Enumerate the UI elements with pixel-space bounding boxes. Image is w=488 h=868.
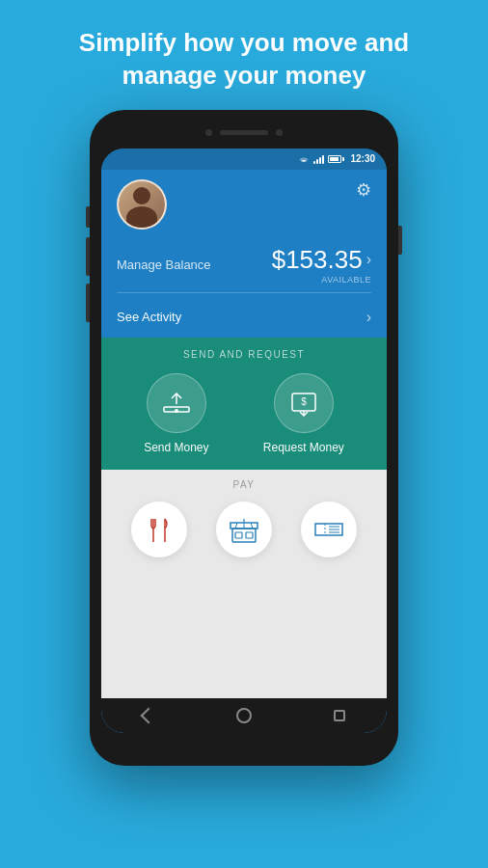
top-section: ⚙ Manage Balance $153.35 › AVAILABLE See…	[101, 170, 387, 338]
svg-rect-12	[246, 532, 253, 538]
back-button[interactable]	[139, 706, 158, 725]
store-icon	[228, 515, 260, 544]
svg-rect-10	[232, 529, 256, 542]
request-money-icon: $	[287, 390, 320, 417]
header-text: Simplify how you move and manage your mo…	[41, 0, 447, 110]
restaurant-icon	[146, 515, 173, 544]
pay-buttons-row	[117, 502, 371, 557]
send-money-circle	[147, 373, 206, 433]
header-line1: Simplify how you move and	[79, 28, 409, 57]
wifi-icon	[298, 154, 310, 164]
balance-amount: $153.35	[272, 245, 363, 275]
pay-ticket-circle	[301, 502, 357, 557]
request-money-label: Request Money	[263, 441, 344, 454]
pay-restaurant-item[interactable]	[131, 502, 187, 557]
svg-point-2	[175, 409, 178, 413]
home-icon	[236, 708, 252, 723]
send-money-icon	[160, 390, 193, 417]
speaker	[220, 130, 268, 135]
volume-down-button[interactable]	[86, 284, 90, 322]
pay-ticket-item[interactable]	[301, 502, 357, 557]
status-time: 12:30	[350, 153, 375, 164]
phone-screen: 12:30 ⚙ Manage Balance $153.35 › AVAIL	[101, 149, 387, 733]
nav-bar	[101, 698, 387, 733]
avatar[interactable]	[117, 179, 167, 230]
balance-chevron-icon: ›	[366, 251, 371, 268]
power-button[interactable]	[398, 226, 402, 255]
pay-title: PAY	[117, 479, 371, 490]
svg-rect-11	[235, 532, 242, 538]
pay-restaurant-circle	[131, 502, 187, 557]
phone-device: 12:30 ⚙ Manage Balance $153.35 › AVAIL	[90, 110, 398, 766]
recents-button[interactable]	[330, 706, 349, 725]
recents-icon	[334, 710, 345, 721]
signal-icon	[313, 154, 324, 164]
balance-row: Manage Balance $153.35 › AVAILABLE	[117, 245, 371, 285]
sensor	[276, 129, 283, 136]
pay-section: PAY	[101, 470, 387, 698]
ticket-icon	[312, 516, 345, 543]
manage-balance-label: Manage Balance	[117, 258, 211, 272]
header-line2: manage your money	[122, 61, 366, 90]
send-request-section: SEND AND REQUEST	[101, 338, 387, 470]
status-bar: 12:30	[101, 149, 387, 170]
avatar-image	[119, 179, 165, 230]
phone-top-bar	[101, 122, 387, 145]
request-money-item[interactable]: $ Request Money	[263, 373, 344, 454]
back-icon	[141, 707, 157, 723]
volume-up-button[interactable]	[86, 237, 90, 276]
home-button[interactable]	[234, 706, 254, 725]
svg-line-15	[251, 523, 253, 529]
mute-button[interactable]	[86, 206, 90, 228]
svg-line-13	[235, 523, 237, 529]
action-buttons-row: Send Money $	[117, 373, 371, 454]
activity-chevron-icon: ›	[366, 309, 371, 326]
available-label: AVAILABLE	[272, 275, 371, 285]
avatar-row: ⚙	[117, 179, 371, 230]
settings-icon[interactable]: ⚙	[356, 179, 371, 201]
send-money-label: Send Money	[144, 441, 208, 454]
front-camera	[205, 129, 212, 136]
pay-store-item[interactable]	[216, 502, 272, 557]
balance-amount-row[interactable]: $153.35 ›	[272, 245, 371, 275]
request-money-circle: $	[274, 373, 334, 433]
send-request-title: SEND AND REQUEST	[117, 349, 371, 360]
battery-icon	[328, 155, 344, 163]
activity-label: See Activity	[117, 310, 181, 324]
svg-text:$: $	[301, 396, 307, 407]
pay-store-circle	[216, 502, 272, 557]
send-money-item[interactable]: Send Money	[144, 373, 208, 454]
divider	[117, 292, 371, 293]
see-activity-row[interactable]: See Activity ›	[117, 301, 371, 338]
